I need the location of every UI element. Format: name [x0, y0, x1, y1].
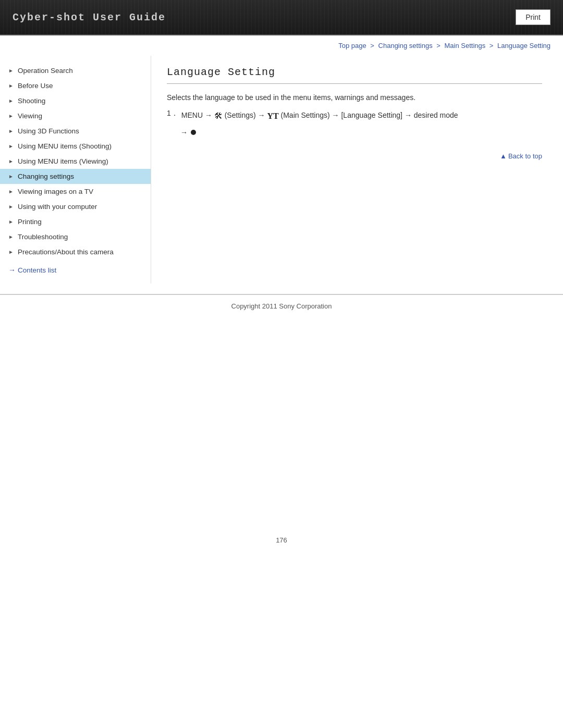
breadcrumb-sep1: >	[369, 42, 376, 50]
content-area: Language Setting Selects the language to…	[151, 56, 563, 170]
arrow-icon: ►	[8, 189, 14, 194]
sidebar-item-menu-viewing[interactable]: ► Using MENU items (Viewing)	[0, 154, 151, 169]
footer: Copyright 2011 Sony Corporation	[0, 294, 563, 317]
sidebar-item-label: Using with your computer	[18, 203, 97, 211]
arrow-icon: ►	[8, 98, 14, 104]
settings-icon: 🛠	[214, 109, 223, 123]
arrow-icon: ►	[8, 204, 14, 209]
step-arrow4: →	[405, 111, 414, 119]
step-number: 1．	[167, 109, 178, 118]
sidebar-item-label: Printing	[18, 218, 42, 226]
sidebar-item-viewing[interactable]: ► Viewing	[0, 108, 151, 124]
print-button[interactable]: Print	[516, 9, 550, 25]
sidebar-item-changing-settings[interactable]: ► Changing settings	[0, 169, 151, 184]
back-to-top-link[interactable]: ▲Back to top	[500, 152, 542, 160]
sidebar-item-using-computer[interactable]: ► Using with your computer	[0, 199, 151, 214]
breadcrumb: Top page > Changing settings > Main Sett…	[0, 35, 563, 56]
title-divider	[167, 83, 542, 84]
step-line2: →	[167, 128, 542, 137]
step-arrow1: →	[205, 111, 214, 119]
sidebar-item-menu-shooting[interactable]: ► Using MENU items (Shooting)	[0, 139, 151, 154]
header: Cyber-shot User Guide Print	[0, 0, 563, 35]
step-language-setting: [Language Setting]	[341, 111, 402, 119]
arrow-icon: ►	[8, 219, 14, 225]
copyright-text: Copyright 2011 Sony Corporation	[231, 302, 332, 310]
contents-list-link[interactable]: → Contents list	[0, 260, 151, 278]
sidebar-item-label: Shooting	[18, 97, 45, 105]
sidebar-item-label: Viewing images on a TV	[18, 188, 93, 195]
sidebar-item-shooting[interactable]: ► Shooting	[0, 93, 151, 108]
step-arrow3: →	[332, 111, 341, 119]
breadcrumb-sep2: >	[435, 42, 443, 50]
arrow-right-icon: →	[8, 266, 16, 274]
sidebar-item-label: Using MENU items (Viewing)	[18, 157, 108, 165]
breadcrumb-top-page[interactable]: Top page	[338, 42, 366, 50]
sidebar-item-label: Troubleshooting	[18, 233, 68, 241]
sidebar-item-label: Precautions/About this camera	[18, 248, 114, 256]
app-title: Cyber-shot User Guide	[13, 11, 166, 23]
sidebar-item-operation-search[interactable]: ► Operation Search	[0, 63, 151, 78]
step-desired-mode: desired mode	[414, 111, 458, 119]
arrow-icon: ►	[8, 143, 14, 149]
arrow-icon: ►	[8, 68, 14, 73]
sidebar-item-label: Before Use	[18, 82, 53, 90]
arrow-icon: ►	[8, 83, 14, 89]
main-settings-icon: ΥΤ	[267, 109, 278, 123]
sidebar-item-label: Changing settings	[18, 172, 74, 180]
breadcrumb-current: Language Setting	[497, 42, 550, 50]
sidebar-item-3d-functions[interactable]: ► Using 3D Functions	[0, 124, 151, 139]
bullet-icon	[191, 130, 196, 135]
back-to-top-label: Back to top	[508, 152, 542, 160]
sidebar-item-before-use[interactable]: ► Before Use	[0, 78, 151, 93]
step-main-settings-label: (Main Settings)	[281, 111, 330, 119]
breadcrumb-main-settings[interactable]: Main Settings	[444, 42, 485, 50]
sidebar: ► Operation Search ► Before Use ► Shooti…	[0, 56, 151, 283]
breadcrumb-sep3: >	[487, 42, 495, 50]
sidebar-item-viewing-tv[interactable]: ► Viewing images on a TV	[0, 184, 151, 199]
back-to-top-arrow-icon: ▲	[500, 152, 507, 160]
sidebar-item-precautions[interactable]: ► Precautions/About this camera	[0, 244, 151, 260]
arrow-icon: ►	[8, 174, 14, 179]
step-menu-text: MENU	[181, 111, 203, 119]
description-text: Selects the language to be used in the m…	[167, 93, 542, 102]
sidebar-item-label: Using MENU items (Shooting)	[18, 142, 112, 150]
page-number: 176	[0, 526, 563, 554]
sidebar-item-printing[interactable]: ► Printing	[0, 214, 151, 229]
step-arrow5: →	[180, 128, 188, 137]
breadcrumb-changing-settings[interactable]: Changing settings	[378, 42, 433, 50]
page-number-label: 176	[276, 536, 287, 544]
instruction-step-1: 1． MENU → 🛠 (Settings) → ΥΤ (Main Settin…	[167, 109, 542, 123]
sidebar-item-label: Using 3D Functions	[18, 127, 79, 135]
sidebar-item-label: Viewing	[18, 112, 42, 120]
contents-list-anchor[interactable]: Contents list	[18, 266, 56, 274]
step-content: MENU → 🛠 (Settings) → ΥΤ (Main Settings)…	[181, 109, 458, 123]
sidebar-item-label: Operation Search	[18, 67, 73, 75]
back-to-top[interactable]: ▲Back to top	[167, 152, 542, 160]
step-arrow2: →	[258, 111, 267, 119]
sidebar-item-troubleshooting[interactable]: ► Troubleshooting	[0, 229, 151, 244]
arrow-icon: ►	[8, 234, 14, 240]
step-settings-label: (Settings)	[225, 111, 256, 119]
page-title: Language Setting	[167, 66, 542, 78]
arrow-icon: ►	[8, 158, 14, 164]
arrow-icon: ►	[8, 113, 14, 119]
arrow-icon: ►	[8, 128, 14, 134]
main-layout: ► Operation Search ► Before Use ► Shooti…	[0, 56, 563, 283]
arrow-icon: ►	[8, 249, 14, 255]
